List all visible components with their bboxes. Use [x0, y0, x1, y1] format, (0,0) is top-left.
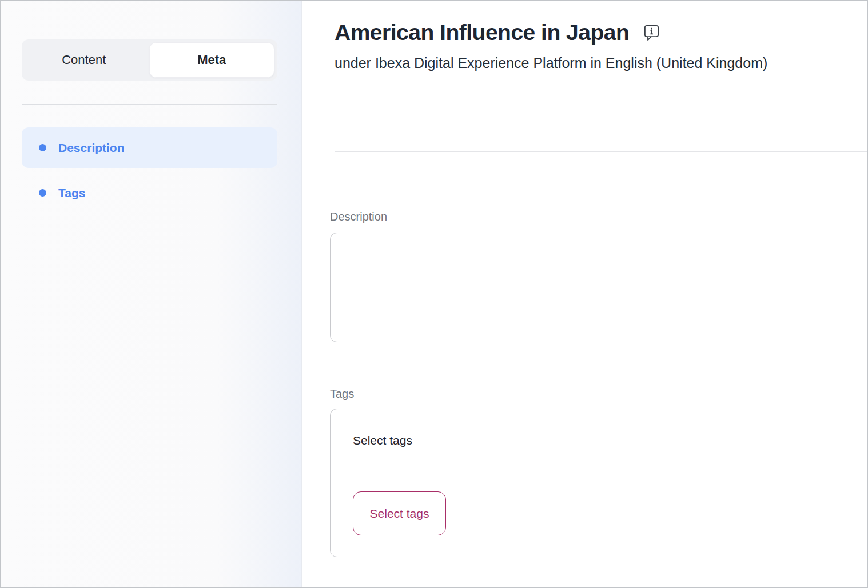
- nav-item-tags[interactable]: Tags: [22, 173, 277, 213]
- sidebar: Content Meta Description Tags: [1, 1, 302, 587]
- title-row: American Influence in Japan: [335, 19, 867, 46]
- main-divider: [335, 151, 867, 152]
- tags-field-group: Tags Select tags Select tags: [330, 386, 867, 557]
- tags-field-label: Tags: [330, 386, 867, 401]
- info-tooltip-icon[interactable]: [643, 23, 660, 45]
- sidebar-topbar: [1, 1, 301, 14]
- page-title: American Influence in Japan: [335, 19, 629, 46]
- nav-item-label: Tags: [58, 186, 85, 200]
- sidebar-divider: [22, 104, 277, 105]
- select-tags-label: Select tags: [353, 433, 868, 448]
- anchor-nav: Description Tags: [22, 127, 277, 213]
- description-field-group: Description: [330, 209, 867, 342]
- tab-meta[interactable]: Meta: [149, 42, 275, 78]
- description-input[interactable]: [330, 233, 868, 342]
- content-edit-screen: Content Meta Description Tags American I…: [0, 0, 868, 588]
- tags-field-box: Select tags Select tags: [330, 409, 868, 557]
- select-tags-button[interactable]: Select tags: [353, 491, 446, 535]
- content-meta-tab-switcher: Content Meta: [22, 39, 277, 81]
- main-content: American Influence in Japan under Ibexa …: [302, 1, 867, 587]
- page-subtitle: under Ibexa Digital Experience Platform …: [335, 54, 867, 71]
- nav-item-description[interactable]: Description: [22, 127, 277, 168]
- bullet-icon: [39, 144, 46, 151]
- tab-content[interactable]: Content: [22, 39, 146, 81]
- description-field-label: Description: [330, 209, 867, 224]
- nav-item-label: Description: [58, 141, 125, 155]
- bullet-icon: [39, 189, 46, 197]
